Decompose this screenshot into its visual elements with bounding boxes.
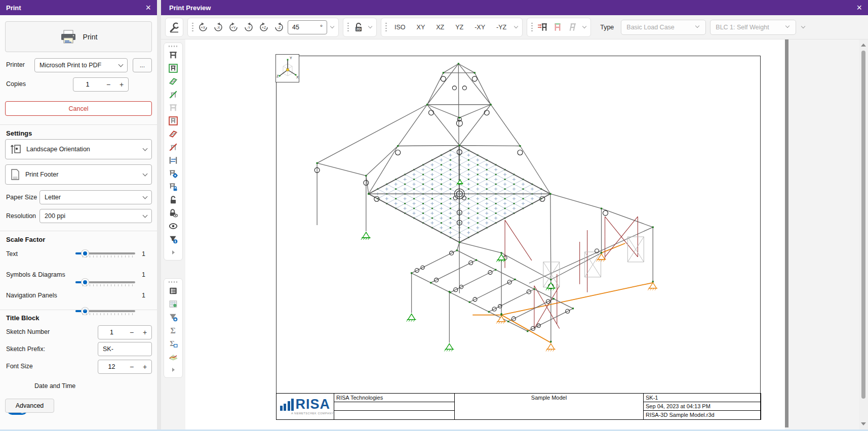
rotate-plus-y-button[interactable]: +Y: [227, 20, 240, 34]
chevron-down-icon: [119, 62, 124, 67]
wireframe-members-button[interactable]: [566, 20, 579, 34]
font-size-plus-button[interactable]: +: [138, 363, 151, 371]
navigation-scale-slider[interactable]: [75, 308, 135, 316]
view-neg-yz-button[interactable]: -YZ: [492, 20, 511, 34]
preview-toolrail: Σ Σ: [161, 39, 185, 429]
view-yz-button[interactable]: YZ: [451, 20, 468, 34]
display-options-button[interactable]: [165, 18, 183, 37]
title-block-model-title: Sample Model: [455, 394, 643, 402]
rotate-minus-x-button[interactable]: -X: [212, 20, 225, 34]
scroll-down-icon[interactable]: [861, 422, 866, 425]
drag-handle[interactable]: [347, 23, 349, 32]
filter-results-icon[interactable]: [167, 311, 180, 323]
draw-member-green-icon[interactable]: [167, 89, 180, 101]
print-footer-icon: [10, 168, 20, 181]
expand-arrow-icon[interactable]: [167, 364, 180, 376]
spreadsheet-list-icon[interactable]: [167, 285, 180, 297]
rail-group-display: [164, 42, 183, 261]
print-button[interactable]: Print: [5, 21, 152, 52]
members-icon[interactable]: [167, 49, 180, 61]
member-disabled-icon[interactable]: [167, 102, 180, 114]
vertical-scrollbar[interactable]: [859, 39, 868, 429]
lock-2d-button[interactable]: 2D: [352, 20, 365, 34]
rotate-angle-input[interactable]: 45 °: [288, 20, 327, 34]
lock-view-eye-icon[interactable]: [167, 207, 180, 219]
member-loads-button[interactable]: [536, 20, 549, 34]
rendered-members-button[interactable]: [551, 20, 564, 34]
rotate-minus-y-button[interactable]: -Y: [242, 20, 255, 34]
title-block-heading: Title Block: [6, 314, 40, 322]
degree-symbol: °: [320, 24, 323, 31]
cancel-button[interactable]: Cancel: [5, 101, 152, 116]
slider-label-symbols: Symbols & Diagrams: [6, 271, 65, 278]
view-neg-xy-button[interactable]: -XY: [470, 20, 490, 34]
slider-value-symbols: 1: [142, 271, 145, 278]
rotate-plus-x-button[interactable]: +X: [196, 20, 210, 34]
sketch-number-stepper[interactable]: 1 − +: [98, 325, 152, 339]
sum-box-icon[interactable]: Σ: [167, 337, 180, 350]
resolution-select[interactable]: 200 ppi: [40, 209, 152, 223]
plate-red-icon[interactable]: [167, 128, 180, 140]
printer-select[interactable]: Microsoft Print to PDF: [34, 58, 128, 72]
load-case-select[interactable]: BLC 1: Self Weight: [710, 20, 796, 35]
model-lock-icon[interactable]: [167, 181, 180, 193]
copies-minus-button[interactable]: −: [102, 80, 115, 89]
plate-green-icon[interactable]: [167, 75, 180, 88]
unlock-icon[interactable]: [167, 194, 180, 206]
title-block-company: RISA Technologies: [334, 394, 454, 402]
eye-icon[interactable]: [167, 220, 180, 232]
type-label: Type: [600, 24, 614, 31]
advanced-button[interactable]: Advanced: [5, 399, 54, 413]
drag-handle[interactable]: [531, 23, 533, 32]
model-settings-gear-icon[interactable]: [167, 167, 180, 180]
sketch-number-plus-button[interactable]: +: [138, 328, 151, 336]
risa-logo-subtext: A NEMETSCHEK COMPANY: [291, 412, 334, 415]
view-xy-button[interactable]: XY: [412, 20, 430, 34]
preview-canvas: RISA A NEMETSCHEK COMPANY RISA Technolog…: [185, 39, 785, 429]
view-iso-button[interactable]: ISO: [390, 20, 410, 34]
rail-group-spreadsheets: Σ Σ: [164, 278, 183, 378]
drag-handle[interactable]: [169, 281, 178, 283]
axis-triad: Y Z X: [275, 54, 299, 82]
drag-handle[interactable]: [192, 23, 193, 32]
delete-member-red-icon[interactable]: [167, 141, 180, 153]
footer-select[interactable]: Print Footer: [5, 164, 152, 185]
scrollbar-thumb[interactable]: [861, 51, 865, 399]
node-box-red-icon[interactable]: [167, 115, 180, 127]
paper-size-select[interactable]: Letter: [40, 190, 152, 204]
sketch-number-minus-button[interactable]: −: [125, 328, 138, 336]
font-size-minus-button[interactable]: −: [125, 363, 138, 371]
spreadsheet-grid-icon[interactable]: [167, 298, 180, 310]
view-xz-button[interactable]: XZ: [431, 20, 449, 34]
chevron-down-icon[interactable]: [801, 24, 805, 28]
symbols-scale-slider[interactable]: [75, 279, 135, 287]
chevron-down-icon[interactable]: [368, 24, 372, 28]
copies-plus-button[interactable]: +: [115, 80, 128, 89]
canvas-scrollbar[interactable]: [785, 39, 788, 427]
rotate-minus-z-button[interactable]: -Z: [272, 20, 286, 34]
drag-handle[interactable]: [385, 23, 387, 32]
rotate-plus-z-button[interactable]: +Z: [257, 20, 270, 34]
copies-stepper[interactable]: 1 − +: [73, 77, 129, 92]
font-size-stepper[interactable]: 12 − +: [98, 360, 152, 374]
scroll-up-icon[interactable]: [861, 44, 866, 47]
sum-icon[interactable]: Σ: [167, 324, 180, 336]
text-scale-slider[interactable]: [75, 250, 135, 258]
distribute-icon[interactable]: [167, 154, 180, 166]
chevron-down-icon[interactable]: [582, 24, 586, 28]
drag-handle[interactable]: [169, 46, 178, 47]
chevron-down-icon: [143, 146, 148, 151]
sketch-prefix-input[interactable]: SK-: [98, 342, 152, 356]
chevron-down-icon[interactable]: [330, 24, 334, 28]
node-box-green-icon[interactable]: [167, 62, 180, 74]
filter-download-icon[interactable]: [167, 233, 180, 245]
close-icon[interactable]: ×: [856, 3, 862, 12]
expand-arrow-icon[interactable]: [167, 246, 180, 258]
print-dialog: Print × Print Printer Microsoft Print to…: [0, 0, 157, 429]
load-case-type-select[interactable]: Basic Load Case: [621, 20, 706, 35]
results-color-icon[interactable]: [167, 351, 180, 363]
close-icon[interactable]: ×: [145, 3, 151, 12]
orientation-select[interactable]: Landscape Orientation: [5, 139, 152, 159]
chevron-down-icon[interactable]: [514, 24, 518, 28]
printer-more-button[interactable]: ...: [133, 58, 152, 72]
